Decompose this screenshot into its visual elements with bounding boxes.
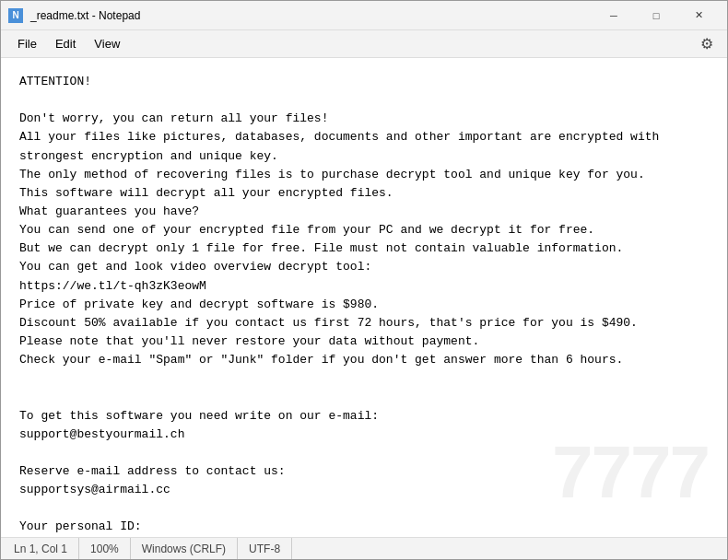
menu-view[interactable]: View — [85, 33, 129, 54]
menu-file[interactable]: File — [8, 33, 46, 54]
window-controls: ─ □ ✕ — [593, 1, 720, 30]
menu-bar: File Edit View ⚙ — [1, 30, 727, 58]
title-bar: N _readme.txt - Notepad ─ □ ✕ — [1, 1, 727, 30]
maximize-button[interactable]: □ — [635, 1, 677, 30]
minimize-button[interactable]: ─ — [593, 1, 635, 30]
app-icon: N — [8, 8, 23, 23]
close-button[interactable]: ✕ — [677, 1, 720, 30]
line-ending: Windows (CRLF) — [131, 538, 238, 559]
menu-edit[interactable]: Edit — [46, 33, 85, 54]
cursor-position: Ln 1, Col 1 — [10, 538, 79, 559]
menu-bar-right: ⚙ — [694, 31, 720, 57]
window-title: _readme.txt - Notepad — [30, 9, 593, 22]
text-editor[interactable]: ATTENTION! Don't worry, you can return a… — [1, 58, 727, 537]
zoom-level: 100% — [79, 538, 131, 559]
settings-icon[interactable]: ⚙ — [694, 31, 720, 57]
status-bar: Ln 1, Col 1 100% Windows (CRLF) UTF-8 — [1, 537, 727, 559]
encoding: UTF-8 — [238, 538, 292, 559]
editor-content: ATTENTION! Don't worry, you can return a… — [19, 73, 709, 537]
notepad-window: N _readme.txt - Notepad ─ □ ✕ File Edit … — [0, 0, 728, 560]
